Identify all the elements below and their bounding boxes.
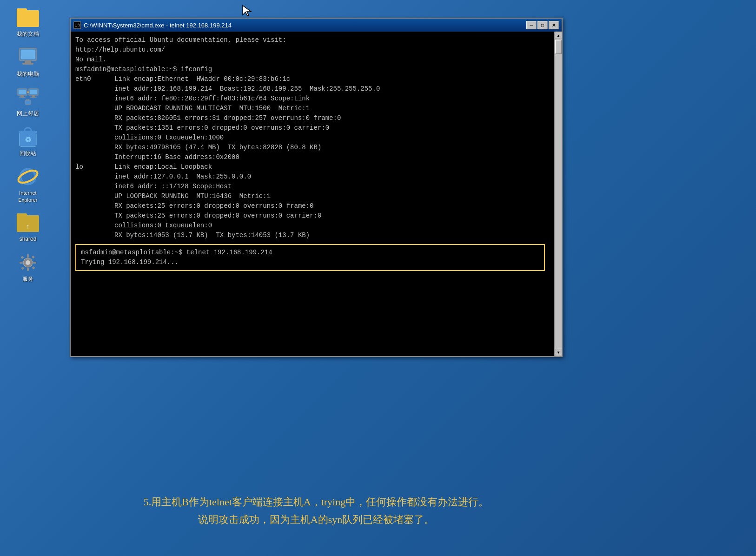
terminal-window: C:\ C:\WINNT\System32\cmd.exe - telnet 1… (70, 18, 563, 357)
services-svg (17, 252, 39, 274)
terminal-content: To access official Ubuntu documentation,… (71, 32, 554, 343)
terminal-line-12: RX bytes:49798105 (47.4 MB) TX bytes:828… (75, 143, 545, 152)
command-line-1: msfadmin@metasploitable:~$ telnet 192.16… (81, 248, 539, 258)
terminal-line-18: UP LOOPBACK RUNNING MTU:16436 Metric:1 (75, 192, 545, 201)
restore-button[interactable]: □ (537, 21, 548, 29)
command-box: msfadmin@metasploitable:~$ telnet 192.16… (75, 244, 545, 271)
terminal-icon: C:\ (73, 21, 81, 29)
terminal-line-6: inet addr:192.168.199.214 Bcast:192.168.… (75, 84, 545, 94)
svg-rect-24 (27, 268, 29, 271)
network-label: 网上邻居 (17, 110, 39, 118)
my-computer-label: 我的电脑 (17, 71, 39, 78)
svg-rect-28 (32, 255, 35, 258)
caption-line2: 说明攻击成功，因为主机A的syn队列已经被堵塞了。 (70, 511, 563, 528)
svg-rect-11 (30, 97, 37, 98)
svg-rect-25 (20, 262, 23, 264)
terminal-line-17: inet6 addr: ::1/128 Scope:Host (75, 182, 545, 192)
command-line-2: Trying 192.168.199.214... (81, 258, 539, 267)
svg-rect-23 (27, 254, 29, 258)
scrollbar[interactable]: ▲ ▼ (554, 32, 562, 356)
terminal-line-15: lo Link encap:Local Loopback (75, 162, 545, 172)
svg-rect-29 (21, 266, 24, 270)
terminal-line-5: eth0 Link encap:Ethernet HWaddr 00:0c:29… (75, 74, 545, 84)
terminal-line-20: TX packets:25 errors:0 dropped:0 overrun… (75, 211, 545, 221)
svg-rect-15 (28, 99, 29, 101)
caption-area: 5.用主机B作为telnet客户端连接主机A，trying中，任何操作都没有办法… (70, 493, 563, 528)
ie-svg (17, 165, 39, 188)
recycle-svg: ♻ (18, 126, 38, 148)
svg-rect-14 (27, 99, 27, 101)
terminal-line-21: collisions:0 txqueuelen:0 (75, 221, 545, 231)
my-computer-icon[interactable]: 我的电脑 (7, 45, 49, 80)
ie-icon[interactable]: InternetExplorer (7, 164, 49, 205)
svg-rect-3 (22, 63, 33, 65)
network-svg (17, 87, 39, 107)
terminal-line-10: TX packets:1351 errors:0 dropped:0 overr… (75, 123, 545, 133)
terminal-line-7: inet6 addr: fe80::20c:29ff:fe83:b61c/64 … (75, 94, 545, 104)
svg-rect-1 (21, 50, 35, 59)
svg-rect-5 (19, 90, 26, 94)
minimize-button[interactable]: ─ (526, 21, 537, 29)
terminal-line-11: collisions:0 txqueuelen:1000 (75, 133, 545, 143)
ie-label: InternetExplorer (19, 190, 38, 203)
svg-rect-2 (25, 60, 31, 63)
scrollbar-track (555, 39, 562, 349)
svg-rect-27 (20, 256, 24, 259)
terminal-title: C:\WINNT\System32\cmd.exe - telnet 192.1… (84, 22, 526, 29)
window-controls: ─ □ ✕ (526, 21, 559, 29)
svg-point-22 (26, 260, 30, 265)
terminal-line-4: msfadmin@metasploitable:~$ ifconfig (75, 65, 545, 74)
svg-rect-9 (30, 90, 37, 94)
svg-point-20 (17, 168, 39, 185)
svg-rect-18 (19, 131, 37, 133)
desktop-icons: 我的文档 我的电脑 (0, 0, 56, 556)
svg-rect-7 (19, 97, 26, 98)
terminal-line-1: To access official Ubuntu documentation,… (75, 35, 545, 45)
terminal-line-9: RX packets:826051 errors:31 dropped:257 … (75, 113, 545, 123)
terminal-line-16: inet addr:127.0.0.1 Mask:255.0.0.0 (75, 172, 545, 182)
services-icon[interactable]: 服务 (7, 250, 49, 285)
terminal-line-13: Interrupt:16 Base address:0x2000 (75, 152, 545, 162)
terminal-line-8: UP BROADCAST RUNNING MULTICAST MTU:1500 … (75, 104, 545, 113)
scrollbar-thumb[interactable] (555, 40, 562, 54)
svg-rect-6 (20, 95, 24, 97)
shared-folder-icon[interactable]: ↑ shared (7, 210, 49, 245)
svg-marker-31 (243, 6, 251, 16)
my-documents-icon[interactable]: 我的文档 (7, 5, 49, 40)
computer-svg (17, 47, 39, 68)
terminal-line-22: RX bytes:14053 (13.7 KB) TX bytes:14053 … (75, 231, 545, 240)
svg-rect-26 (33, 262, 36, 264)
caption-line1: 5.用主机B作为telnet客户端连接主机A，trying中，任何操作都没有办法… (70, 493, 563, 510)
svg-rect-30 (32, 266, 35, 269)
terminal-titlebar: C:\ C:\WINNT\System32\cmd.exe - telnet 1… (71, 19, 562, 32)
terminal-line-3: No mail. (75, 55, 545, 65)
recycle-bin-label: 回收站 (20, 150, 36, 158)
scrollbar-up-button[interactable]: ▲ (555, 32, 562, 39)
network-icon[interactable]: 网上邻居 (7, 84, 49, 119)
svg-text:♻: ♻ (25, 136, 31, 144)
my-documents-label: 我的文档 (17, 31, 39, 38)
scrollbar-down-button[interactable]: ▼ (555, 349, 562, 356)
services-label: 服务 (22, 276, 33, 283)
svg-rect-10 (32, 95, 35, 97)
terminal-line-2: http://help.ubuntu.com/ (75, 45, 545, 55)
close-button[interactable]: ✕ (549, 21, 559, 29)
recycle-bin-icon[interactable]: ♻ 回收站 (7, 124, 49, 159)
shared-label: shared (20, 236, 37, 243)
svg-rect-13 (25, 100, 31, 105)
terminal-line-19: RX packets:25 errors:0 dropped:0 overrun… (75, 201, 545, 211)
